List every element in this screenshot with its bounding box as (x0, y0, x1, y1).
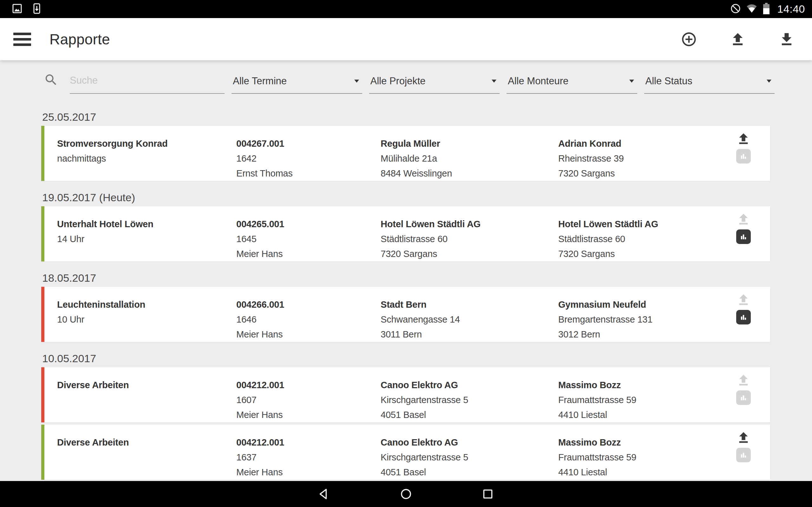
project-cell: 004265.0011645Meier Hans (236, 217, 380, 262)
filter-dropdown-monteure[interactable]: Alle Monteure (507, 69, 637, 94)
row-actions (729, 292, 770, 342)
site-street: Bremgartenstrasse 131 (558, 312, 729, 327)
technician-name: Meier Hans (236, 465, 380, 480)
date-group-header: 19.05.2017 (Heute) (41, 188, 770, 206)
site-name: Massimo Bozz (558, 435, 729, 450)
upload-report-icon (736, 292, 751, 307)
chevron-down-icon (629, 78, 634, 84)
add-report-icon[interactable] (681, 31, 697, 48)
upload-icon[interactable] (729, 31, 746, 48)
android-nav-bar (0, 481, 812, 507)
no-signal-icon (730, 3, 741, 15)
page-title: Rapporte (49, 31, 681, 48)
chevron-down-icon (767, 78, 771, 84)
dropdown-label: Alle Monteure (508, 75, 629, 87)
project-cell: 004267.0011642Ernst Thomas (236, 136, 380, 181)
site-street: Rheinstrasse 39 (558, 151, 729, 166)
battery-icon (763, 2, 770, 16)
report-title: Diverse Arbeiten (57, 435, 236, 450)
customer-cell: Canoo Elektro AGKirschgartenstrasse 5405… (380, 435, 558, 480)
site-cell: Gymnasium NeufeldBremgartenstrasse 13130… (558, 297, 729, 342)
project-cell: 004212.0011637Meier Hans (236, 435, 380, 480)
report-row[interactable]: Stromversorgung Konradnachmittags004267.… (41, 126, 770, 181)
back-icon[interactable] (317, 487, 331, 501)
report-number: 1646 (236, 312, 380, 327)
site-city: 3012 Bern (558, 327, 729, 342)
report-time: 10 Uhr (57, 312, 236, 327)
filter-dropdown-status[interactable]: Alle Status (644, 69, 775, 94)
technician-name: Meier Hans (236, 407, 380, 422)
report-list: 25.05.2017Stromversorgung Konradnachmitt… (41, 108, 770, 480)
customer-cell: Hotel Löwen Städtli AGStädtlistrasse 607… (380, 217, 558, 262)
filter-dropdown-termine[interactable]: Alle Termine (232, 69, 362, 94)
dropdown-label: Alle Status (646, 75, 767, 87)
technician-name: Meier Hans (236, 246, 380, 262)
wifi-icon (746, 4, 757, 14)
customer-street: Mülihalde 21a (380, 151, 558, 166)
report-chart-icon[interactable] (736, 229, 751, 244)
row-actions (729, 212, 770, 262)
row-actions (729, 430, 770, 480)
report-row[interactable]: Leuchteninstallation10 Uhr004266.0011646… (41, 287, 770, 342)
report-main-cell: Leuchteninstallation10 Uhr (44, 297, 236, 342)
download-icon[interactable] (778, 31, 795, 48)
customer-street: Städtlistrasse 60 (380, 232, 558, 246)
report-title: Leuchteninstallation (57, 297, 236, 312)
project-number: 004266.001 (236, 297, 380, 312)
project-cell: 004266.0011646Meier Hans (236, 297, 380, 342)
report-chart-icon[interactable] (736, 310, 751, 325)
rapporte-app-screen: 14:40 Rapporte (0, 0, 812, 507)
project-cell: 004212.0011607Meier Hans (236, 378, 380, 422)
site-street: Städtlistrasse 60 (558, 232, 729, 246)
report-list-viewport: Alle Termine Alle Projekte Alle Monteure… (0, 60, 812, 481)
customer-name: Regula Müller (380, 136, 558, 151)
site-cell: Adrian KonradRheinstrasse 397320 Sargans (558, 136, 729, 181)
report-number: 1607 (236, 393, 380, 407)
technician-name: Meier Hans (236, 327, 380, 342)
recents-icon[interactable] (481, 487, 495, 501)
home-icon[interactable] (399, 487, 413, 501)
report-chart-icon (736, 390, 751, 405)
report-main-cell: Unterhalt Hotel Löwen14 Uhr (44, 217, 236, 262)
report-title: Stromversorgung Konrad (57, 136, 236, 151)
customer-city: 3011 Bern (380, 327, 558, 342)
site-street: Fraumattstrasse 59 (558, 393, 729, 407)
search-input[interactable] (70, 75, 224, 88)
site-name: Adrian Konrad (558, 136, 729, 151)
site-city: 7320 Sargans (558, 246, 729, 262)
report-chart-icon (736, 149, 751, 164)
site-name: Hotel Löwen Städtli AG (558, 217, 729, 232)
report-row[interactable]: Diverse Arbeiten004212.0011607Meier Hans… (41, 367, 770, 422)
search-field[interactable] (44, 69, 224, 94)
customer-city: 8484 Weisslingen (380, 166, 558, 181)
report-time: nachmittags (57, 151, 236, 166)
dropdown-label: Alle Termine (233, 75, 354, 87)
report-chart-icon (736, 448, 751, 462)
upload-report-icon (736, 212, 751, 227)
customer-street: Schwanengasse 14 (380, 312, 558, 327)
project-number: 004267.001 (236, 136, 380, 151)
status-bar-system-icons: 14:40 (730, 2, 805, 16)
report-main-cell: Diverse Arbeiten (44, 378, 236, 422)
upload-report-icon[interactable] (736, 430, 751, 445)
upload-report-icon[interactable] (736, 131, 751, 146)
site-cell: Massimo BozzFraumattstrasse 594410 Liest… (558, 435, 729, 480)
status-bar-notifications (11, 3, 43, 15)
customer-cell: Stadt BernSchwanengasse 143011 Bern (380, 297, 558, 342)
report-number: 1637 (236, 450, 380, 465)
app-bar: Rapporte (0, 18, 812, 60)
site-name: Massimo Bozz (558, 378, 729, 393)
report-row[interactable]: Diverse Arbeiten004212.0011637Meier Hans… (41, 425, 770, 480)
customer-name: Canoo Elektro AG (380, 378, 558, 393)
customer-cell: Regula MüllerMülihalde 21a8484 Weissling… (380, 136, 558, 181)
date-group-header: 18.05.2017 (41, 269, 770, 287)
android-status-bar: 14:40 (0, 0, 812, 18)
project-number: 004212.001 (236, 378, 380, 393)
row-actions (729, 131, 770, 181)
date-group-header: 10.05.2017 (41, 349, 770, 367)
report-row[interactable]: Unterhalt Hotel Löwen14 Uhr004265.001164… (41, 206, 770, 262)
report-number: 1645 (236, 232, 380, 246)
filter-dropdown-projekte[interactable]: Alle Projekte (369, 69, 500, 94)
menu-icon[interactable] (13, 33, 31, 46)
chevron-down-icon (492, 78, 496, 84)
